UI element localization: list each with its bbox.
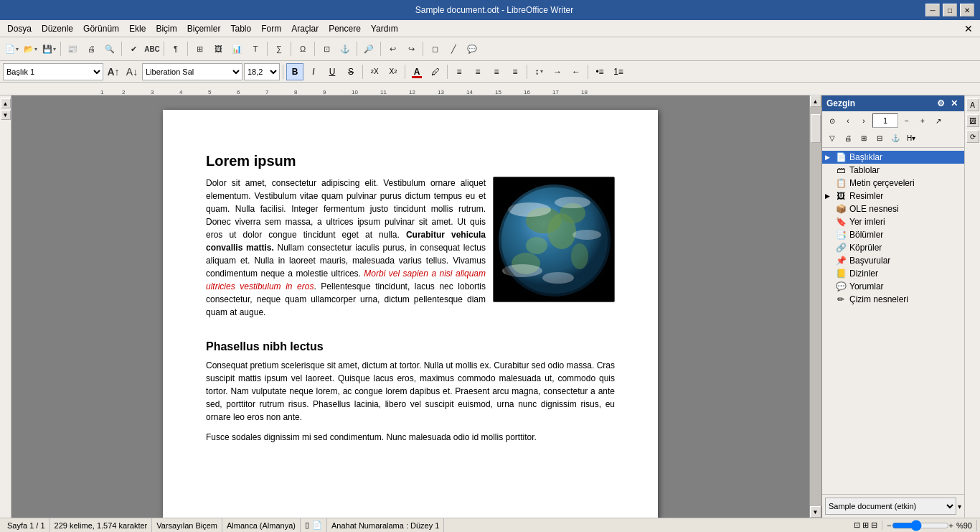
preview-button[interactable]: 🔍 [101, 40, 118, 57]
undo-button[interactable]: ↩ [384, 40, 401, 57]
indent-less-button[interactable]: ← [567, 63, 585, 80]
bullet-list-button[interactable]: •≡ [591, 63, 608, 80]
nav-minus-button[interactable]: − [900, 113, 914, 128]
find-button[interactable]: 🔎 [360, 40, 377, 57]
font-color-button[interactable]: A [408, 63, 425, 80]
nav-side-btn-1[interactable]: A [966, 98, 979, 111]
nav-list-view-button[interactable]: ⊟ [872, 131, 887, 145]
strikethrough-button[interactable]: S [342, 63, 359, 80]
close-button[interactable]: ✕ [960, 4, 974, 17]
open-button[interactable]: 📂▾ [22, 40, 39, 57]
nav-heading-button[interactable]: H▾ [904, 131, 918, 145]
nav-item-koprüler[interactable]: 🔗 Köprüler [822, 241, 964, 254]
line-spacing-button[interactable]: ↕▾ [530, 63, 547, 80]
font-size-down-button[interactable]: A↓ [123, 63, 141, 80]
minimize-button[interactable]: ─ [925, 4, 940, 17]
font-select[interactable]: Liberation Sal [142, 63, 242, 80]
line-button[interactable]: ╱ [445, 40, 462, 57]
special-char-button[interactable]: Ω [294, 40, 311, 57]
scroll-track[interactable] [810, 107, 821, 506]
nav-item-yorumlar[interactable]: 💬 Yorumlar [822, 280, 964, 293]
anchor-button[interactable]: ⚓ [336, 40, 354, 57]
menu-duzenle[interactable]: Düzenle [37, 22, 77, 35]
indent-more-button[interactable]: → [549, 63, 566, 80]
nav-page-view-button[interactable]: ⊞ [857, 131, 871, 145]
view-single-icon[interactable]: ⊡ [854, 521, 860, 530]
italic-button[interactable]: I [305, 63, 322, 80]
numbered-list-button[interactable]: 1≡ [610, 63, 627, 80]
nav-prev-button[interactable]: ‹ [841, 113, 855, 128]
menu-dosya[interactable]: Dosya [3, 22, 36, 35]
chart-button[interactable]: 📊 [228, 40, 245, 57]
view-double-icon[interactable]: ⊞ [862, 521, 869, 530]
nav-anchor-button[interactable]: ⚓ [888, 131, 903, 145]
align-left-button[interactable]: ≡ [451, 63, 468, 80]
nav-print-button[interactable]: 🖨 [841, 131, 855, 145]
nav-next-button[interactable]: › [857, 113, 871, 128]
highlight-button[interactable]: 🖊 [427, 63, 444, 80]
zoom-in-icon[interactable]: + [949, 521, 953, 530]
scroll-thumb[interactable] [811, 114, 821, 143]
nav-item-cizim[interactable]: ✏ Çizim nesneleri [822, 293, 964, 306]
nav-side-btn-2[interactable]: 🖼 [966, 114, 979, 127]
nav-item-resimler[interactable]: ▶ 🖼 Resimler [822, 190, 964, 202]
menu-bicim[interactable]: Biçim [151, 22, 181, 35]
document-area[interactable]: Lorem ipsum Dolor sit amet, consectetur … [11, 95, 809, 518]
save-button[interactable]: 💾▾ [40, 40, 57, 57]
menu-tablo[interactable]: Tablo [226, 22, 255, 35]
nav-target-button[interactable]: ⊙ [825, 113, 839, 128]
formula-button[interactable]: ∑ [270, 40, 288, 57]
menu-araclar[interactable]: Araçlar [287, 22, 323, 35]
navigator-settings-button[interactable]: ⚙ [935, 98, 947, 108]
nav-item-metin-cerceveleri[interactable]: 📋 Metin çerçeveleri [822, 177, 964, 190]
align-right-button[interactable]: ≡ [488, 63, 505, 80]
size-select[interactable]: 18,2 [244, 63, 280, 80]
nav-item-bolumler[interactable]: 📑 Bölümler [822, 228, 964, 241]
navigator-doc-select[interactable]: Sample document (etkin) [825, 498, 956, 515]
nav-item-basvurular[interactable]: 📌 Başvurular [822, 254, 964, 267]
new-button[interactable]: 📄▾ [3, 40, 20, 57]
left-scroll-down[interactable]: ▼ [1, 110, 11, 120]
pdf-button[interactable]: 📰 [64, 40, 81, 57]
style-select[interactable]: Başlık 1 [3, 63, 103, 80]
menu-bicemler[interactable]: Biçemler [183, 22, 225, 35]
scroll-up-button[interactable]: ▲ [810, 95, 821, 107]
field-button[interactable]: ⊡ [318, 40, 335, 57]
menu-form[interactable]: Form [257, 22, 286, 35]
subscript-button[interactable]: X2 [385, 63, 402, 80]
align-center-button[interactable]: ≡ [469, 63, 486, 80]
nav-item-yer-imleri[interactable]: 🔖 Yer imleri [822, 215, 964, 228]
left-scroll-up[interactable]: ▲ [1, 98, 11, 108]
view-book-icon[interactable]: ⊟ [871, 521, 877, 530]
nav-item-baslıklar[interactable]: ▶ 📄 Başlıklar [822, 151, 964, 164]
navigator-close-button[interactable]: ✕ [948, 98, 960, 108]
font-size-up-button[interactable]: A↑ [105, 63, 122, 80]
menu-ekle[interactable]: Ekle [125, 22, 150, 35]
abc-button[interactable]: ABC [143, 40, 161, 57]
nav-item-tablolar[interactable]: 🗃 Tablolar [822, 164, 964, 177]
redo-button[interactable]: ↪ [402, 40, 420, 57]
menu-yardim[interactable]: Yardım [367, 22, 402, 35]
pilcrow-button[interactable]: ¶ [167, 40, 184, 57]
bold-button[interactable]: B [286, 63, 303, 80]
superscript-button[interactable]: 2X [366, 63, 383, 80]
print-button[interactable]: 🖨 [83, 40, 100, 57]
spell-button[interactable]: ✔ [125, 40, 142, 57]
menu-gorunum[interactable]: Görünüm [79, 22, 123, 35]
table-button[interactable]: ⊞ [191, 40, 208, 57]
menu-close-button[interactable]: ✕ [960, 23, 977, 34]
menu-pencere[interactable]: Pencere [324, 22, 365, 35]
nav-drag-mode-button[interactable]: ↗ [931, 113, 946, 128]
textbox-button[interactable]: T [247, 40, 264, 57]
zoom-slider[interactable] [892, 520, 949, 531]
underline-button[interactable]: U [324, 63, 341, 80]
shapes-button[interactable]: ◻ [426, 40, 443, 57]
font-selector[interactable]: Liberation Sal [142, 63, 242, 80]
size-selector[interactable]: 18,2 [244, 63, 280, 80]
navigator-page-input[interactable] [872, 113, 898, 128]
scroll-down-button[interactable]: ▼ [810, 506, 821, 518]
nav-item-ole[interactable]: 📦 OLE nesnesi [822, 202, 964, 215]
nav-item-dizinler[interactable]: 📒 Dizinler [822, 267, 964, 280]
right-scrollbar[interactable]: ▲ ▼ [809, 95, 821, 518]
callout-button[interactable]: 💬 [463, 40, 481, 57]
